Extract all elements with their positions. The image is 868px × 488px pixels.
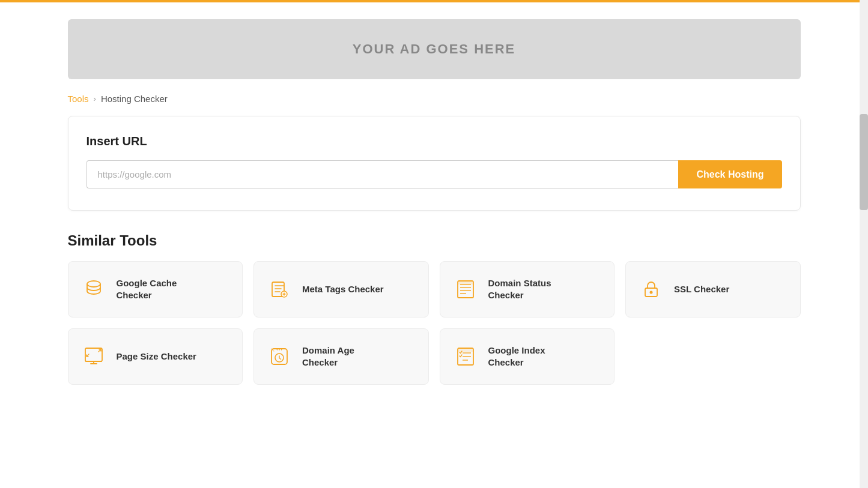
tool-card-domain-age[interactable]: Domain AgeChecker	[253, 328, 429, 385]
svg-point-0	[87, 281, 100, 287]
tool-name-meta-tags: Meta Tags Checker	[302, 283, 384, 295]
database-icon	[80, 276, 107, 303]
svg-point-10	[650, 291, 653, 294]
tool-card-google-cache[interactable]: Google CacheChecker	[68, 261, 243, 318]
check-hosting-button[interactable]: Check Hosting	[678, 160, 782, 188]
tool-card-google-index[interactable]: Google IndexChecker	[440, 328, 615, 385]
similar-tools-title: Similar Tools	[68, 232, 801, 249]
tools-grid-row2: Page Size Checker Domain AgeChecker	[68, 328, 801, 385]
ad-banner-text: YOUR AD GOES HERE	[353, 41, 516, 57]
svg-rect-8	[458, 281, 473, 285]
breadcrumb-separator: ›	[94, 94, 96, 103]
similar-tools-section: Similar Tools Google CacheChecker	[68, 232, 801, 385]
ad-banner: YOUR AD GOES HERE	[68, 19, 801, 79]
url-input[interactable]	[86, 160, 679, 188]
scrollbar-thumb[interactable]	[860, 114, 868, 210]
checklist-icon	[452, 343, 479, 370]
breadcrumb-tools-link[interactable]: Tools	[68, 94, 89, 104]
url-input-row: Check Hosting	[86, 160, 782, 188]
top-bar	[0, 0, 868, 2]
breadcrumb-current: Hosting Checker	[101, 94, 168, 104]
tool-name-google-cache: Google CacheChecker	[117, 277, 177, 302]
clock-icon	[266, 343, 293, 370]
lock-icon	[638, 276, 664, 303]
tool-name-domain-age: Domain AgeChecker	[302, 345, 354, 369]
tool-card-meta-tags[interactable]: Meta Tags Checker	[253, 261, 429, 318]
scrollbar[interactable]	[860, 0, 868, 488]
tool-name-google-index: Google IndexChecker	[488, 345, 545, 369]
resize-icon	[80, 343, 107, 370]
tool-name-page-size: Page Size Checker	[117, 351, 196, 363]
tool-name-ssl: SSL Checker	[674, 283, 729, 295]
tool-card-empty	[625, 328, 801, 385]
tag-icon	[266, 276, 293, 303]
tool-card-ssl[interactable]: SSL Checker	[625, 261, 801, 318]
tool-card-domain-status[interactable]: Domain StatusChecker	[440, 261, 615, 318]
tool-card-page-size[interactable]: Page Size Checker	[68, 328, 243, 385]
insert-url-title: Insert URL	[86, 134, 782, 148]
main-card: Insert URL Check Hosting	[68, 116, 801, 211]
tools-grid-row1: Google CacheChecker Meta Tags Checker	[68, 261, 801, 318]
tool-name-domain-status: Domain StatusChecker	[488, 277, 551, 302]
svg-rect-18	[458, 348, 473, 352]
list-icon	[452, 276, 479, 303]
breadcrumb: Tools › Hosting Checker	[68, 94, 801, 104]
